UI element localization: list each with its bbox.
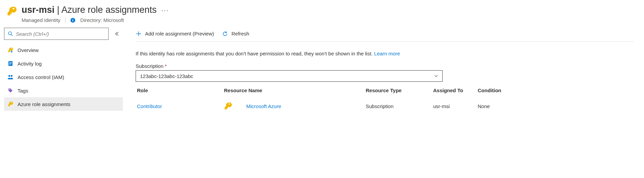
sidebar-item-role-assignments[interactable]: Azure role assignments <box>4 97 123 111</box>
refresh-button-label: Refresh <box>231 31 249 36</box>
add-role-assignment-button[interactable]: Add role assignment (Preview) <box>136 31 214 37</box>
add-button-label: Add role assignment (Preview) <box>145 31 214 36</box>
svg-point-11 <box>11 75 12 77</box>
svg-rect-7 <box>9 62 12 62</box>
col-header-assigned[interactable]: Assigned To <box>433 87 478 93</box>
svg-point-5 <box>11 51 12 52</box>
sidebar: Overview Activity log Access control (IA… <box>0 26 125 115</box>
subscription-label: Subscription* <box>136 63 634 69</box>
sidebar-item-label: Overview <box>18 47 39 53</box>
toolbar: Add role assignment (Preview) Refresh <box>136 26 634 42</box>
col-header-name[interactable]: Resource Name <box>224 87 366 93</box>
svg-point-3 <box>8 32 11 35</box>
search-box[interactable] <box>4 28 109 40</box>
sidebar-item-label: Tags <box>18 88 28 94</box>
directory-info: Directory: Microsoft <box>80 17 124 23</box>
chevron-down-icon <box>434 74 438 78</box>
table-row[interactable]: Contributor Microsoft Azure Subscription… <box>136 97 634 115</box>
sidebar-item-label: Activity log <box>18 61 42 67</box>
resource-type: Managed Identity <box>22 17 60 23</box>
cell-assigned: usr-msi <box>433 103 478 109</box>
key-small-icon <box>7 47 13 53</box>
search-icon <box>8 31 13 36</box>
sidebar-item-overview[interactable]: Overview <box>4 43 123 57</box>
svg-point-12 <box>9 89 10 90</box>
log-icon <box>7 60 13 67</box>
subscription-value: 123abc-123abc-123abc <box>140 73 193 79</box>
permission-notice: If this identity has role assignments th… <box>136 51 634 56</box>
info-icon <box>70 18 76 23</box>
sidebar-item-label: Azure role assignments <box>18 101 71 107</box>
role-assignments-table: Role Resource Name Resource Type Assigne… <box>136 83 634 115</box>
key-icon <box>224 102 232 110</box>
sidebar-item-access-control[interactable]: Access control (IAM) <box>4 70 123 84</box>
cell-type: Subscription <box>366 103 433 109</box>
learn-more-link[interactable]: Learn more <box>374 51 400 56</box>
svg-rect-2 <box>73 19 73 20</box>
tag-icon <box>7 87 13 94</box>
sidebar-item-tags[interactable]: Tags <box>4 84 123 97</box>
search-input[interactable] <box>16 31 105 37</box>
page-header: usr-msi | Azure role assignments ··· Man… <box>0 0 644 26</box>
refresh-icon <box>222 31 228 37</box>
resource-name-link[interactable]: Microsoft Azure <box>237 103 281 109</box>
plus-icon <box>136 31 142 37</box>
col-header-role[interactable]: Role <box>136 87 224 93</box>
table-header: Role Resource Name Resource Type Assigne… <box>136 83 634 97</box>
page-title: usr-msi | Azure role assignments <box>22 5 157 15</box>
key-yellow-icon <box>7 101 13 107</box>
cell-condition: None <box>478 103 634 109</box>
divider <box>65 18 65 23</box>
main-content: Add role assignment (Preview) Refresh If… <box>125 26 644 115</box>
col-header-condition[interactable]: Condition <box>478 87 634 93</box>
svg-rect-8 <box>9 63 12 63</box>
people-icon <box>7 74 13 80</box>
subscription-dropdown[interactable]: 123abc-123abc-123abc <box>136 70 443 82</box>
svg-point-10 <box>8 75 10 77</box>
col-header-type[interactable]: Resource Type <box>366 87 433 93</box>
svg-rect-9 <box>9 64 11 65</box>
sidebar-item-label: Access control (IAM) <box>18 74 64 80</box>
collapse-sidebar-button[interactable] <box>111 28 123 40</box>
refresh-button[interactable]: Refresh <box>222 31 249 37</box>
more-button[interactable]: ··· <box>161 7 169 14</box>
sidebar-item-activity-log[interactable]: Activity log <box>4 57 123 70</box>
role-link[interactable]: Contributor <box>137 103 162 109</box>
svg-line-4 <box>11 34 12 36</box>
svg-rect-1 <box>73 20 73 22</box>
key-icon <box>7 6 17 16</box>
